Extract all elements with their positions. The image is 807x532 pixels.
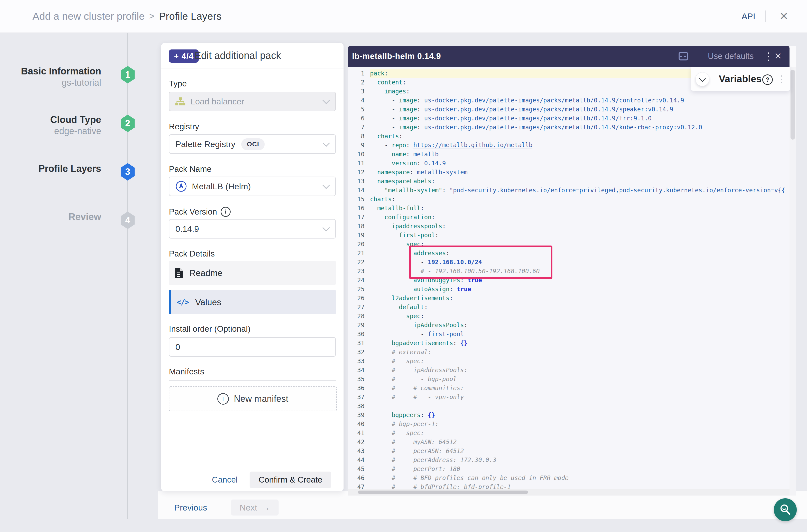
code-text: spec: xyxy=(370,240,789,249)
token-p: : xyxy=(410,169,417,176)
line-number: 6 xyxy=(348,115,370,122)
code-line: 34# ipAddressPools: xyxy=(348,366,789,375)
token-c: # # communities: xyxy=(392,385,464,392)
help-icon[interactable]: ? xyxy=(762,74,773,85)
step-label-basic-information[interactable]: Basic Informationgs-tutorial xyxy=(15,65,101,89)
code-text: addresses: xyxy=(370,249,789,258)
code-line: 37# # - vpn-only xyxy=(348,393,789,402)
readme-tab[interactable]: Readme xyxy=(169,261,336,285)
token-v: "pod-security.kubernetes.io/enforce=priv… xyxy=(449,187,785,194)
support-search-button[interactable] xyxy=(774,498,797,521)
code-text: namespaceLabels: xyxy=(370,177,789,186)
line-number: 38 xyxy=(348,403,370,410)
pack-name-select[interactable]: MetalLB (Helm) xyxy=(169,176,336,196)
token-c: # ipAddressPools: xyxy=(392,367,467,374)
token-b: true xyxy=(467,277,482,284)
registry-select[interactable]: Palette Registry OCI xyxy=(169,134,336,154)
edit-pack-panel: + 4/4 Edit additional pack Type Load bal… xyxy=(161,43,343,491)
chevron-down-icon xyxy=(322,139,330,147)
values-tab[interactable]: </> Values xyxy=(169,290,336,314)
new-manifest-button[interactable]: + New manifest xyxy=(169,386,337,411)
token-p: : xyxy=(464,322,467,329)
line-number: 26 xyxy=(348,295,370,302)
code-line: 36# # communities: xyxy=(348,384,789,393)
code-line: 41# spec: xyxy=(348,429,789,438)
token-c: # # BFD profiles can only be used in FRR… xyxy=(392,475,569,481)
type-select[interactable]: Load balancer xyxy=(169,92,336,111)
next-button[interactable]: Next → xyxy=(231,499,279,515)
previous-button[interactable]: Previous xyxy=(174,503,207,513)
code-text: # ipAddressPools: xyxy=(370,366,789,375)
step-hexagon-1[interactable]: 1 xyxy=(120,66,135,83)
pack-version-select[interactable]: 0.14.9 xyxy=(169,219,336,239)
step-label-cloud-type[interactable]: Cloud Typeedge-native xyxy=(15,114,101,137)
code-line: 13namespaceLabels: xyxy=(348,177,789,186)
close-icon[interactable]: ✕ xyxy=(776,9,792,23)
manifests-label: Manifests xyxy=(169,367,204,376)
token-b: {} xyxy=(460,340,467,347)
use-defaults-button[interactable]: Use defaults xyxy=(708,46,753,67)
step-label-review[interactable]: Review xyxy=(15,211,101,223)
code-text: name: metallb xyxy=(370,150,789,159)
token-p: : xyxy=(417,124,424,131)
line-number: 10 xyxy=(348,151,370,158)
token-p: : xyxy=(406,142,413,149)
code-text: # - 192.168.100.50-192.168.100.60 xyxy=(370,267,789,276)
line-number: 41 xyxy=(348,430,370,437)
variables-expand-button[interactable] xyxy=(695,72,709,86)
code-text: "metallb-system": "pod-security.kubernet… xyxy=(370,186,789,195)
token-k: namespace xyxy=(377,169,410,176)
type-value: Load balancer xyxy=(190,97,244,107)
install-order-input[interactable] xyxy=(169,337,336,357)
token-v: us-docker.pkg.dev/palette-images/packs/m… xyxy=(424,115,652,122)
editor-kebab-icon[interactable]: ⋮ xyxy=(763,46,774,67)
split-view-icon[interactable] xyxy=(678,52,688,62)
cancel-button[interactable]: Cancel xyxy=(212,475,238,484)
token-l: https://metallb.github.io/metallb xyxy=(413,141,532,149)
token-p: : xyxy=(417,160,424,167)
step-hexagon-2[interactable]: 2 xyxy=(120,115,135,132)
code-line: 20spec: xyxy=(348,240,789,249)
token-c: # - 192.168.100.50-192.168.100.60 xyxy=(420,268,540,275)
step-hexagon-4[interactable]: 4 xyxy=(120,212,135,229)
token-k: content xyxy=(377,79,402,86)
horizontal-scrollbar-thumb[interactable] xyxy=(358,491,528,494)
breadcrumb-parent[interactable]: Add a new cluster profile xyxy=(33,11,145,22)
code-line: 35# - bgp-pool xyxy=(348,375,789,384)
api-button[interactable]: API xyxy=(742,12,755,21)
header-divider xyxy=(765,11,766,22)
code-line: 9- repo: https://metallb.github.io/metal… xyxy=(348,141,789,150)
values-tab-label: Values xyxy=(195,297,221,307)
token-p: : xyxy=(399,133,402,140)
token-b: {} xyxy=(428,412,435,419)
token-k: l2advertisements xyxy=(392,295,449,302)
info-icon[interactable]: i xyxy=(221,207,231,217)
token-k: addresses xyxy=(413,250,446,257)
line-number: 19 xyxy=(348,232,370,239)
token-p: : xyxy=(420,412,428,419)
token-k: charts xyxy=(370,196,392,203)
confirm-create-button[interactable]: Confirm & Create xyxy=(249,472,331,488)
token-k: image xyxy=(399,124,417,131)
token-k: image xyxy=(399,115,417,122)
page-title: Profile Layers xyxy=(159,11,222,22)
code-text: # bgp-peer-1: xyxy=(370,420,789,429)
code-line: 6- image: us-docker.pkg.dev/palette-imag… xyxy=(348,114,789,123)
step-hexagon-3[interactable]: 3 xyxy=(120,163,135,180)
step-label-profile-layers[interactable]: Profile Layers xyxy=(15,163,101,174)
token-c: # # - vpn-only xyxy=(392,394,464,401)
editor-close-icon[interactable]: ✕ xyxy=(774,46,782,67)
line-number: 25 xyxy=(348,286,370,293)
code-text: - 192.168.10.0/24 xyxy=(370,258,789,267)
window-header: Add a new cluster profile > Profile Laye… xyxy=(0,0,807,33)
line-number: 3 xyxy=(348,88,370,95)
code-text: # # communities: xyxy=(370,384,789,393)
vertical-scrollbar-thumb[interactable] xyxy=(790,70,795,140)
code-area[interactable]: 1pack:2content:3images:4- image: us-dock… xyxy=(348,67,789,496)
stepper-line xyxy=(127,33,128,532)
token-p: : xyxy=(442,187,449,194)
wizard-nav: Previous Next → xyxy=(174,499,279,515)
breadcrumb: Add a new cluster profile > Profile Laye… xyxy=(33,0,222,33)
variables-kebab-icon[interactable]: ⋮ xyxy=(777,67,786,91)
line-number: 35 xyxy=(348,376,370,383)
